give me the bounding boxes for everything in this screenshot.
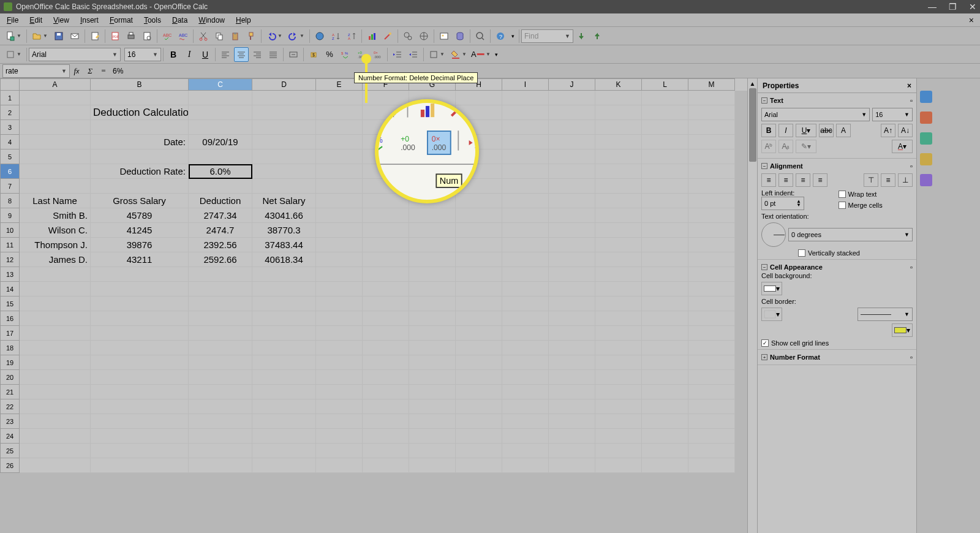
cell[interactable] <box>595 179 642 194</box>
cell[interactable] <box>363 267 409 282</box>
cell[interactable]: Gross Salary <box>91 194 189 208</box>
sidebar-font-size[interactable]: 16▼ <box>872 108 913 121</box>
cell[interactable] <box>595 370 642 385</box>
cell-background-picker[interactable]: ▾ <box>761 282 782 295</box>
cell[interactable] <box>595 297 642 311</box>
cell[interactable] <box>252 267 316 282</box>
cell[interactable] <box>456 297 502 311</box>
cell[interactable] <box>252 444 316 458</box>
cell[interactable]: 2474.7 <box>189 223 252 238</box>
percent-button[interactable]: % <box>322 47 337 62</box>
cell[interactable] <box>189 297 252 311</box>
cell[interactable] <box>642 297 688 311</box>
cell[interactable] <box>502 238 549 252</box>
format-toolbar-overflow-icon[interactable]: ▾ <box>492 47 500 62</box>
row-header[interactable]: 16 <box>0 311 20 326</box>
column-header-K[interactable]: K <box>595 78 642 91</box>
cell[interactable] <box>189 311 252 326</box>
cell[interactable] <box>20 355 91 370</box>
cell[interactable]: Wilson C. <box>20 223 91 238</box>
cell[interactable] <box>549 135 595 149</box>
cell[interactable] <box>316 238 363 252</box>
cell[interactable] <box>549 252 595 267</box>
cell[interactable] <box>502 355 549 370</box>
cell[interactable] <box>409 297 456 311</box>
cell[interactable] <box>252 164 316 179</box>
cell[interactable] <box>20 91 91 105</box>
sidebar-superscript-button[interactable]: Aᵇ <box>761 140 776 153</box>
cell[interactable] <box>316 149 363 164</box>
cell[interactable] <box>20 385 91 399</box>
cell[interactable] <box>316 385 363 399</box>
cell[interactable] <box>688 135 735 149</box>
cell[interactable] <box>502 385 549 399</box>
function-wizard-icon[interactable]: fx <box>70 65 83 77</box>
cell[interactable] <box>316 444 363 458</box>
cell[interactable] <box>316 297 363 311</box>
cell[interactable] <box>549 164 595 179</box>
zoom-button[interactable] <box>473 29 488 43</box>
cell[interactable] <box>502 179 549 194</box>
open-button[interactable]: ▼ <box>29 29 50 43</box>
menu-help[interactable]: Help <box>230 15 257 26</box>
cell[interactable]: 43211 <box>91 252 189 267</box>
cell[interactable] <box>91 341 189 355</box>
cell[interactable]: 2392.56 <box>189 238 252 252</box>
cell[interactable] <box>409 223 456 238</box>
cell[interactable] <box>91 355 189 370</box>
row-header[interactable]: 24 <box>0 429 20 444</box>
cell[interactable] <box>252 385 316 399</box>
cell[interactable] <box>316 341 363 355</box>
cell[interactable] <box>688 326 735 341</box>
cell[interactable] <box>189 429 252 444</box>
cell[interactable] <box>502 267 549 282</box>
sidebar-align-right[interactable]: ≡ <box>796 173 810 187</box>
sidebar-valign-bottom[interactable]: ⊥ <box>898 173 913 187</box>
cell[interactable] <box>595 385 642 399</box>
row-header[interactable]: 26 <box>0 458 20 473</box>
cell[interactable]: 45789 <box>91 208 189 223</box>
cell[interactable] <box>549 208 595 223</box>
sidebar-underline-button[interactable]: U▾ <box>796 124 816 137</box>
export-pdf-button[interactable]: PDF <box>108 29 123 43</box>
cell[interactable] <box>252 282 316 297</box>
row-header[interactable]: 19 <box>0 355 20 370</box>
cell[interactable] <box>688 120 735 135</box>
row-header[interactable]: 17 <box>0 326 20 341</box>
cell[interactable] <box>20 458 91 473</box>
currency-button[interactable]: $ <box>306 47 321 62</box>
show-gridlines-checkbox[interactable]: ✓Show cell grid lines <box>761 339 913 347</box>
cell[interactable] <box>595 444 642 458</box>
cell[interactable] <box>549 120 595 135</box>
cell[interactable] <box>456 208 502 223</box>
cell[interactable] <box>642 282 688 297</box>
minimize-button[interactable]: — <box>928 2 937 12</box>
cell[interactable] <box>502 370 549 385</box>
cell[interactable] <box>363 326 409 341</box>
cell[interactable] <box>502 105 549 120</box>
save-button[interactable] <box>51 29 66 43</box>
cut-button[interactable] <box>196 29 211 43</box>
format-paintbrush-button[interactable] <box>244 29 258 43</box>
cell[interactable] <box>91 282 189 297</box>
chart-button[interactable] <box>364 29 379 43</box>
sidebar-shadow-button[interactable]: A <box>836 124 851 137</box>
cell[interactable] <box>189 120 252 135</box>
sort-asc-button[interactable]: AZ <box>328 29 343 43</box>
cell[interactable] <box>189 341 252 355</box>
cell[interactable] <box>502 326 549 341</box>
cell[interactable] <box>363 385 409 399</box>
row-header[interactable]: 14 <box>0 282 20 297</box>
styles-button[interactable]: ▼ <box>3 47 24 62</box>
cell[interactable] <box>456 341 502 355</box>
cell[interactable] <box>688 341 735 355</box>
cell[interactable] <box>316 164 363 179</box>
row-header[interactable]: 11 <box>0 238 20 252</box>
cell[interactable] <box>20 135 91 149</box>
cell[interactable] <box>316 105 363 120</box>
redo-button[interactable]: ▼ <box>286 29 307 43</box>
cell[interactable] <box>549 311 595 326</box>
cell[interactable] <box>549 194 595 208</box>
font-size-combo[interactable]: 16▼ <box>124 48 161 61</box>
cell[interactable]: Thompson J. <box>20 238 91 252</box>
